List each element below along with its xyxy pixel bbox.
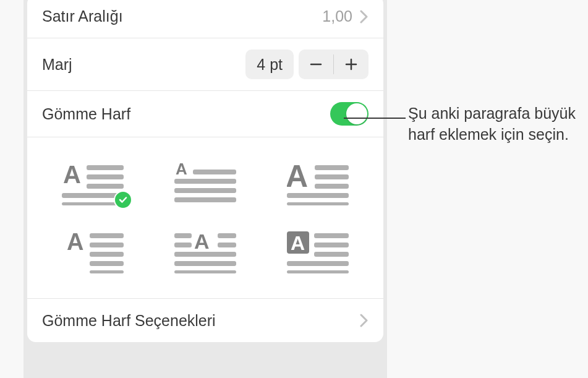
svg-rect-38: [314, 252, 349, 257]
svg-rect-37: [314, 243, 349, 247]
drop-cap-style-1[interactable]: A: [58, 162, 127, 205]
svg-text:A: A: [287, 162, 308, 194]
svg-text:A: A: [176, 162, 187, 178]
svg-rect-39: [287, 261, 349, 266]
margin-label: Marj: [42, 56, 72, 74]
margin-row: Marj 4 pt: [27, 38, 383, 91]
svg-rect-5: [87, 174, 124, 179]
svg-rect-18: [287, 193, 349, 198]
svg-rect-23: [90, 252, 124, 257]
svg-rect-33: [174, 270, 236, 273]
svg-rect-13: [174, 197, 236, 202]
svg-rect-32: [174, 261, 236, 266]
margin-stepper: [299, 49, 369, 79]
drop-cap-styles-grid: A A: [27, 137, 383, 299]
line-spacing-row[interactable]: Satır Aralığı 1,00: [27, 0, 383, 38]
annotation-text: Şu anki paragrafa büyük harf eklemek içi…: [408, 103, 581, 145]
svg-rect-22: [90, 243, 124, 247]
svg-rect-30: [218, 243, 236, 247]
drop-cap-style-3[interactable]: A: [283, 162, 352, 205]
inspector-panel-container: Satır Aralığı 1,00 Marj 4 pt: [23, 0, 387, 378]
chevron-right-icon: [360, 314, 369, 327]
drop-cap-options-label: Gömme Harf Seçenekleri: [42, 312, 216, 330]
svg-rect-10: [193, 170, 236, 174]
annotation-callout-line: [344, 118, 406, 119]
chevron-right-icon: [360, 10, 369, 24]
drop-cap-label: Gömme Harf: [42, 105, 130, 123]
drop-cap-style-2[interactable]: A: [171, 162, 240, 205]
svg-rect-15: [315, 165, 349, 170]
text-settings-panel: Satır Aralığı 1,00 Marj 4 pt: [27, 0, 383, 342]
svg-rect-11: [174, 179, 236, 184]
svg-rect-16: [315, 174, 349, 179]
selected-checkmark-icon: [114, 191, 132, 209]
svg-rect-24: [90, 261, 124, 266]
svg-rect-4: [87, 165, 124, 170]
margin-value: 4 pt: [245, 49, 294, 79]
svg-rect-21: [90, 233, 124, 238]
drop-cap-options-row[interactable]: Gömme Harf Seçenekleri: [27, 299, 383, 342]
svg-rect-25: [90, 270, 124, 273]
drop-cap-style-6[interactable]: A: [283, 230, 352, 273]
drop-cap-toggle[interactable]: [330, 102, 369, 126]
drop-cap-style-5[interactable]: A: [171, 230, 240, 273]
svg-rect-12: [174, 188, 236, 193]
svg-rect-17: [315, 184, 349, 189]
svg-text:A: A: [291, 232, 305, 254]
svg-rect-6: [87, 184, 124, 189]
svg-rect-28: [174, 243, 192, 247]
svg-rect-27: [174, 233, 192, 238]
svg-text:A: A: [63, 162, 81, 188]
svg-rect-36: [314, 233, 349, 238]
svg-text:A: A: [67, 230, 83, 255]
svg-rect-19: [287, 202, 349, 205]
line-spacing-value: 1,00: [322, 7, 352, 25]
svg-text:A: A: [194, 230, 210, 253]
margin-increase-button[interactable]: [334, 49, 369, 79]
margin-decrease-button[interactable]: [299, 49, 333, 79]
drop-cap-row: Gömme Harf: [27, 91, 383, 137]
line-spacing-label: Satır Aralığı: [42, 7, 123, 25]
svg-rect-31: [174, 252, 236, 257]
drop-cap-style-4[interactable]: A: [58, 230, 127, 273]
svg-rect-40: [287, 270, 349, 273]
svg-rect-29: [218, 233, 236, 238]
